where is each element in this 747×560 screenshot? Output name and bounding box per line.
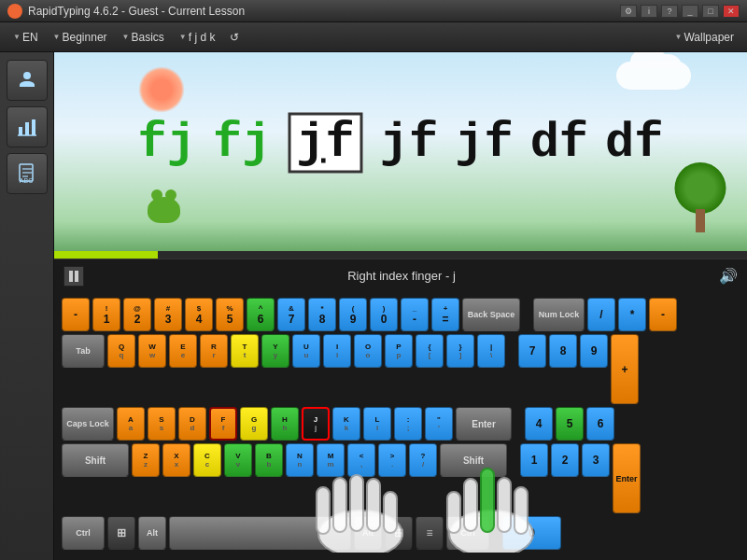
maximize-button[interactable]: □ [702, 5, 719, 18]
pause-button[interactable] [63, 266, 84, 287]
key-4[interactable]: $4 [185, 298, 213, 331]
key-r[interactable]: Rr [200, 334, 228, 368]
gear-icon[interactable]: ⚙ [620, 5, 637, 18]
key-alt-right[interactable]: Alt [354, 516, 382, 550]
key-tab[interactable]: Tab [62, 334, 105, 368]
key-v[interactable]: Vv [224, 443, 252, 477]
person-mode-button[interactable] [7, 60, 48, 101]
wallpaper-selector[interactable]: ▼ Wallpaper [669, 29, 740, 46]
key-num-2[interactable]: 2 [551, 443, 579, 477]
key-a[interactable]: Aa [117, 407, 145, 441]
key-g[interactable]: Gg [240, 407, 268, 441]
key-8[interactable]: *8 [308, 298, 336, 331]
key-num-4[interactable]: 4 [525, 407, 553, 441]
key-ctrl-left[interactable]: Ctrl [62, 516, 105, 550]
key-period[interactable]: >. [378, 443, 406, 477]
key-c[interactable]: Cc [193, 443, 221, 477]
key-z[interactable]: Zz [132, 443, 160, 477]
key-q[interactable]: Qq [107, 334, 135, 368]
key-quote[interactable]: "' [425, 407, 453, 441]
key-lbracket[interactable]: {[ [416, 334, 444, 368]
key-win-right[interactable]: ⊞ [385, 516, 413, 550]
key-enter[interactable]: Enter [456, 407, 512, 441]
key-num-5[interactable]: 5 [556, 407, 584, 441]
key-num-6[interactable]: 6 [586, 407, 614, 441]
key-m[interactable]: Mm [317, 443, 345, 477]
lessons-mode-button[interactable]: ABC [7, 153, 48, 194]
key-b[interactable]: Bb [255, 443, 283, 477]
key-i[interactable]: Ii [323, 334, 351, 368]
key-backslash[interactable]: |\ [477, 334, 505, 368]
key-2[interactable]: @2 [123, 298, 151, 331]
char-current: jf [288, 112, 362, 173]
stats-mode-button[interactable] [7, 106, 48, 147]
key-s[interactable]: Ss [148, 407, 176, 441]
chars-selector[interactable]: ▼ f j d k [174, 29, 221, 46]
key-num-7[interactable]: 7 [518, 334, 546, 368]
key-3[interactable]: #3 [154, 298, 182, 331]
key-num-enter[interactable]: Enter [613, 443, 641, 513]
key-f[interactable]: Ff [209, 407, 237, 441]
key-5[interactable]: %5 [216, 298, 244, 331]
key-minus[interactable]: - [62, 298, 90, 331]
control-bar: Right index finger - j 🔊 [54, 259, 747, 292]
key-d[interactable]: Dd [178, 407, 206, 441]
key-shift-right[interactable]: Shift [440, 443, 507, 477]
key-num-1[interactable]: 1 [520, 443, 548, 477]
key-l[interactable]: Ll [363, 407, 391, 441]
key-num-0[interactable]: 0 [502, 516, 561, 550]
main-area: ABC fj fj jf jf jf df df [0, 52, 747, 560]
key-backspace[interactable]: Back Space [462, 298, 520, 331]
key-6[interactable]: ^6 [247, 298, 275, 331]
key-num-div[interactable]: / [587, 298, 615, 331]
key-equal[interactable]: += [431, 298, 459, 331]
key-t[interactable]: Tt [231, 334, 259, 368]
language-selector[interactable]: ▼ EN [7, 29, 44, 46]
key-capslock[interactable]: Caps Lock [62, 407, 114, 441]
key-h[interactable]: Hh [271, 407, 299, 441]
level-selector[interactable]: ▼ Beginner [48, 29, 113, 46]
key-num-minus[interactable]: - [649, 298, 677, 331]
key-w[interactable]: Ww [138, 334, 166, 368]
key-7[interactable]: &7 [277, 298, 305, 331]
minimize-button[interactable]: _ [682, 5, 698, 18]
key-comma[interactable]: <, [347, 443, 375, 477]
key-x[interactable]: Xx [162, 443, 190, 477]
key-menu[interactable]: ≡ [416, 516, 444, 550]
key-j[interactable]: Jj [302, 407, 330, 441]
key-n[interactable]: Nn [286, 443, 314, 477]
key-e[interactable]: Ee [169, 334, 197, 368]
info-icon[interactable]: i [641, 5, 657, 18]
key-alt-left[interactable]: Alt [138, 516, 166, 550]
volume-icon[interactable]: 🔊 [719, 267, 738, 285]
close-button[interactable]: ✕ [723, 5, 740, 18]
key-row-4: Shift Zz Xx Cc Vv Bb Nn Mm <, >. ?/ Shif… [62, 443, 740, 513]
refresh-button[interactable]: ↺ [224, 29, 245, 46]
key-win-left[interactable]: ⊞ [107, 516, 135, 550]
key-num-mul[interactable]: * [618, 298, 646, 331]
key-dash[interactable]: _- [401, 298, 429, 331]
key-num-8[interactable]: 8 [549, 334, 577, 368]
key-num-plus[interactable]: + [611, 334, 639, 404]
key-shift-left[interactable]: Shift [62, 443, 129, 477]
key-semicolon[interactable]: :; [394, 407, 422, 441]
key-num-9[interactable]: 9 [580, 334, 608, 368]
help-icon[interactable]: ? [661, 5, 678, 18]
key-rbracket[interactable]: }] [446, 334, 474, 368]
key-num-3[interactable]: 3 [582, 443, 610, 477]
key-slash[interactable]: ?/ [409, 443, 437, 477]
key-o[interactable]: Oo [354, 334, 382, 368]
pause-bar-right [75, 271, 78, 282]
key-u[interactable]: Uu [292, 334, 320, 368]
key-0[interactable]: )0 [370, 298, 398, 331]
window-controls[interactable]: ⚙ i ? _ □ ✕ [620, 5, 740, 18]
key-k[interactable]: Kk [332, 407, 360, 441]
key-space[interactable] [169, 516, 351, 550]
key-y[interactable]: Yy [261, 334, 289, 368]
key-p[interactable]: Pp [385, 334, 413, 368]
key-1[interactable]: !1 [92, 298, 120, 331]
key-ctrl-right[interactable]: Ctrl [446, 516, 489, 550]
key-9[interactable]: (9 [339, 298, 367, 331]
lesson-selector[interactable]: ▼ Basics [117, 29, 170, 46]
key-numlock[interactable]: Num Lock [533, 298, 585, 331]
